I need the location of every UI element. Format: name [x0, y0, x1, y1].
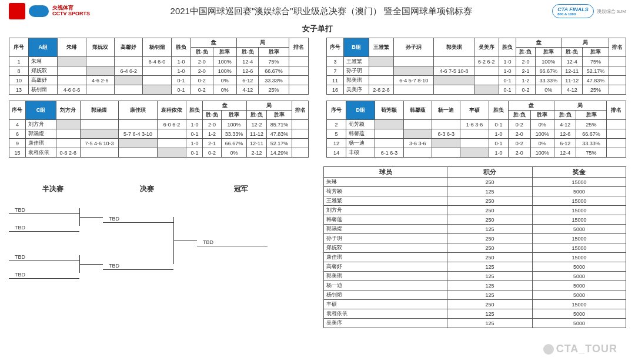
sjm-logo: 澳娱综合 SJM	[597, 8, 626, 15]
table-row: 荀芳颖1255000	[324, 187, 626, 196]
sf-slot-1: TBD	[9, 207, 79, 214]
bottom-section: 半决赛 决赛 冠军 TBD TBD TBD TBD TBD TBD TBD 球员…	[0, 163, 635, 331]
table-row: 王雅繁25015000	[324, 196, 626, 206]
bracket: 半决赛 决赛 冠军 TBD TBD TBD TBD TBD TBD TBD	[9, 166, 312, 328]
table-row: 14丰硕6-1 6-31-02-0100%12-475%	[327, 148, 626, 158]
table-row: 1朱琳6-4 6-01-02-0100%12-475%	[9, 57, 309, 66]
heading-champion: 冠军	[197, 184, 285, 194]
finals-logo-sub: 800 & 1000	[557, 12, 589, 16]
table-row: 2荀芳颖1-6 3-60-10-20%4-1225%	[327, 120, 626, 129]
bracket-grid: TBD TBD TBD TBD TBD TBD TBD	[9, 201, 312, 295]
sf-slot-3: TBD	[9, 254, 79, 261]
group-table: 序号B组王雅繁孙子玥郭美琪吴美序胜负盘局排名胜-负胜率胜-负胜率3王雅繁6-2 …	[326, 38, 626, 95]
table-row: 郑妩双25015000	[324, 243, 626, 253]
header-logos-right: CTA FINALS 800 & 1000 澳娱综合 SJM	[552, 4, 626, 18]
table-row: 吴美序1255000	[324, 319, 626, 328]
table-row: 9康佳琪7-5 4-6 10-31-02-166.67%12-1152.17%	[9, 139, 309, 148]
event-subtitle: 女子单打	[0, 24, 635, 34]
table-row: 15袁程依依0-6 2-60-10-20%2-1214.29%	[9, 148, 309, 158]
cctv-logo: 央视体育 CCTV SPORTS	[52, 5, 90, 17]
cta-logo-icon	[29, 5, 49, 17]
table-row: 郭涵煜1255000	[324, 225, 626, 234]
points-table: 球员 积分 奖金 朱琳25015000荀芳颖1255000王雅繁25015000…	[323, 166, 626, 328]
table-row: 5韩馨蕴6-3 6-31-02-0100%12-666.67%	[327, 129, 626, 139]
group-table: 序号D组荀芳颖韩馨蕴杨一迪丰硕胜负盘局排名胜-负胜率胜-负胜率2荀芳颖1-6 3…	[326, 101, 626, 158]
final-slot-1: TBD	[103, 216, 173, 223]
table-row: 杨一迪1255000	[324, 281, 626, 290]
table-row: 郭美琪1255000	[324, 272, 626, 281]
table-row: 7孙子玥4-6 7-5 10-81-02-166.67%12-1152.17%	[327, 66, 626, 76]
header-logos-left: 央视体育 CCTV SPORTS	[9, 3, 90, 19]
table-row: 韩馨蕴25015000	[324, 215, 626, 225]
page-title: 2021中国网球巡回赛"澳娱综合"职业级总决赛（澳门） 暨全国网球单项锦标赛	[96, 6, 546, 17]
watermark: CTA_TOUR	[543, 343, 617, 355]
table-row: 杨钊煊1255000	[324, 290, 626, 300]
table-row: 12杨一迪3-6 3-60-10-20%6-1233.33%	[327, 139, 626, 148]
table-row: 16吴美序2-6 2-60-10-20%4-1225%	[327, 85, 626, 95]
wechat-icon	[543, 344, 554, 355]
finals-logo: CTA FINALS 800 & 1000	[552, 4, 594, 18]
champion-slot: TBD	[197, 239, 268, 246]
table-row: 高馨妤1255000	[324, 262, 626, 272]
points-section: 球员 积分 奖金 朱琳25015000荀芳颖1255000王雅繁25015000…	[323, 166, 626, 328]
col-player: 球员	[324, 167, 447, 178]
table-row: 4刘方舟6-0 6-21-02-0100%12-285.71%	[9, 120, 309, 129]
table-row: 袁程依依1255000	[324, 309, 626, 319]
group-table: 序号C组刘方舟郭涵煜康佳琪袁程依依胜负盘局排名胜-负胜率胜-负胜率4刘方舟6-0…	[9, 101, 309, 158]
final-slot-2: TBD	[103, 263, 173, 270]
table-row: 康佳琪25015000	[324, 253, 626, 262]
col-prize: 奖金	[533, 167, 626, 178]
table-row: 6郭涵煜5-7 6-4 3-100-11-233.33%11-1247.83%	[9, 129, 309, 139]
heading-semifinal: 半决赛	[9, 184, 97, 194]
sponsor-logo-icon	[9, 3, 25, 19]
table-row: 朱琳25015000	[324, 178, 626, 187]
table-row: 11郭美琪6-4 5-7 8-100-11-233.33%11-1247.83%	[327, 76, 626, 85]
sf-slot-2: TBD	[9, 225, 79, 232]
cctv-label-2: CCTV SPORTS	[52, 11, 90, 17]
table-row: 孙子玥25015000	[324, 234, 626, 243]
table-row: 3王雅繁6-2 6-21-02-0100%12-475%	[327, 57, 626, 66]
finals-logo-text: CTA FINALS	[557, 6, 589, 12]
group-tables: 序号A组朱琳郑妩双高馨妤杨钊煊胜负盘局排名胜-负胜率胜-负胜率1朱琳6-4 6-…	[0, 38, 635, 158]
group-table: 序号A组朱琳郑妩双高馨妤杨钊煊胜负盘局排名胜-负胜率胜-负胜率1朱琳6-4 6-…	[9, 38, 309, 95]
table-row: 10高馨妤4-6 2-60-10-20%6-1233.33%	[9, 76, 309, 85]
table-row: 刘方舟25015000	[324, 206, 626, 215]
watermark-text: CTA_TOUR	[556, 343, 617, 355]
table-row: 8郑妩双6-4 6-21-02-0100%12-666.67%	[9, 66, 309, 76]
heading-final: 决赛	[97, 184, 197, 194]
table-row: 13杨钊煊4-6 0-60-10-20%4-1225%	[9, 85, 309, 95]
bracket-headings: 半决赛 决赛 冠军	[9, 184, 312, 194]
header: 央视体育 CCTV SPORTS 2021中国网球巡回赛"澳娱综合"职业级总决赛…	[0, 0, 635, 22]
sf-slot-4: TBD	[9, 272, 79, 279]
table-row: 丰硕25015000	[324, 300, 626, 309]
col-points: 积分	[447, 167, 533, 178]
